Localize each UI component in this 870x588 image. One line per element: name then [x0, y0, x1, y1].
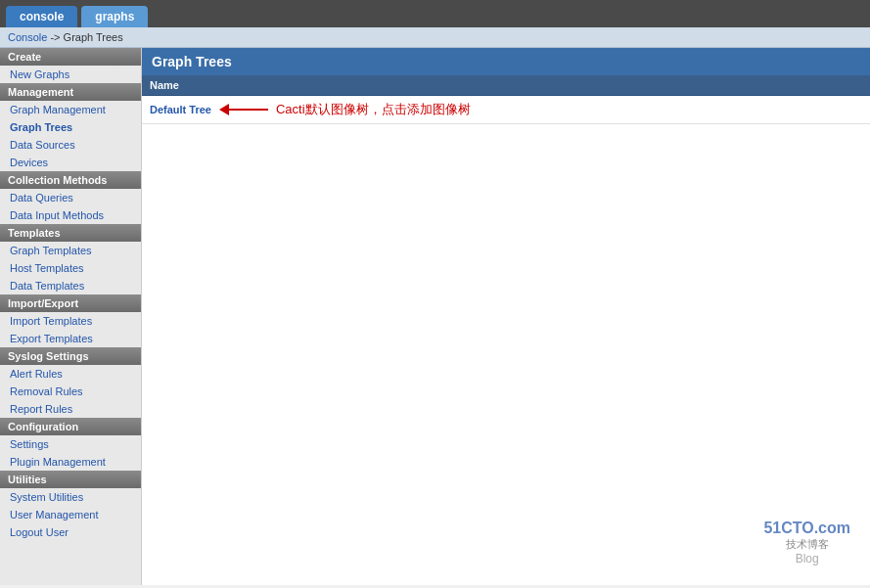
watermark-line3: Blog	[763, 552, 850, 565]
sidebar-section-header-create: Create	[0, 48, 141, 66]
sidebar-item-logout-user[interactable]: Logout User	[0, 523, 141, 541]
arrow-line-icon	[229, 109, 268, 111]
table-row: Default TreeCacti默认图像树，点击添加图像树	[142, 96, 870, 124]
sidebar-item-user-management[interactable]: User Management	[0, 506, 141, 523]
sidebar-item-plugin-management[interactable]: Plugin Management	[0, 453, 141, 471]
graphs-tab[interactable]: graphs	[81, 6, 148, 27]
breadcrumb: Console -> Graph Trees	[0, 27, 870, 48]
top-nav: console graphs	[0, 0, 870, 27]
console-tab[interactable]: console	[6, 6, 77, 27]
sidebar-section-header-utilities: Utilities	[0, 471, 141, 488]
sidebar-section-header-management: Management	[0, 83, 141, 101]
sidebar-section-header-configuration: Configuration	[0, 418, 141, 435]
sidebar-item-report-rules[interactable]: Report Rules	[0, 400, 141, 418]
sidebar-item-data-queries[interactable]: Data Queries	[0, 189, 141, 206]
sidebar-section-header-templates: Templates	[0, 224, 141, 242]
sidebar: CreateNew GraphsManagementGraph Manageme…	[0, 48, 142, 585]
graph-trees-table: Name Default TreeCacti默认图像树，点击添加图像树	[142, 75, 870, 124]
sidebar-section-header-import-export: Import/Export	[0, 294, 141, 312]
breadcrumb-current: Graph Trees	[64, 31, 123, 43]
sidebar-item-system-utilities[interactable]: System Utilities	[0, 488, 141, 506]
column-name: Name	[142, 75, 870, 96]
sidebar-section-header-collection-methods: Collection Methods	[0, 171, 141, 189]
watermark-line2: 技术博客	[763, 537, 850, 552]
sidebar-item-new-graphs[interactable]: New Graphs	[0, 66, 141, 83]
arrow-container: Cacti默认图像树，点击添加图像树	[219, 101, 471, 118]
sidebar-item-graph-templates[interactable]: Graph Templates	[0, 242, 141, 259]
content-area: Graph Trees Name Default TreeCacti默认图像树，…	[142, 48, 870, 585]
default-tree-link[interactable]: Default Tree	[150, 104, 211, 115]
sidebar-item-import-templates[interactable]: Import Templates	[0, 312, 141, 330]
page-title: Graph Trees	[142, 48, 870, 75]
breadcrumb-arrow: ->	[50, 31, 63, 43]
sidebar-item-export-templates[interactable]: Export Templates	[0, 330, 141, 347]
sidebar-item-settings[interactable]: Settings	[0, 435, 141, 453]
breadcrumb-console-link[interactable]: Console	[8, 31, 47, 43]
sidebar-item-graph-management[interactable]: Graph Management	[0, 101, 141, 118]
watermark-line1: 51CTO.com	[763, 520, 850, 537]
sidebar-item-alert-rules[interactable]: Alert Rules	[0, 365, 141, 383]
table-cell-name: Default TreeCacti默认图像树，点击添加图像树	[142, 96, 870, 124]
sidebar-item-removal-rules[interactable]: Removal Rules	[0, 383, 141, 400]
sidebar-item-data-input-methods[interactable]: Data Input Methods	[0, 206, 141, 224]
sidebar-section-header-syslog-settings: Syslog Settings	[0, 347, 141, 365]
main-layout: CreateNew GraphsManagementGraph Manageme…	[0, 48, 870, 585]
annotation-row: Default TreeCacti默认图像树，点击添加图像树	[150, 101, 862, 118]
sidebar-item-data-templates[interactable]: Data Templates	[0, 277, 141, 294]
sidebar-item-host-templates[interactable]: Host Templates	[0, 259, 141, 277]
arrow-head-icon	[219, 104, 229, 115]
sidebar-item-data-sources[interactable]: Data Sources	[0, 136, 141, 154]
sidebar-item-graph-trees[interactable]: Graph Trees	[0, 118, 141, 136]
annotation-text: Cacti默认图像树，点击添加图像树	[276, 101, 471, 118]
watermark: 51CTO.com 技术博客 Blog	[763, 520, 850, 565]
sidebar-item-devices[interactable]: Devices	[0, 154, 141, 171]
